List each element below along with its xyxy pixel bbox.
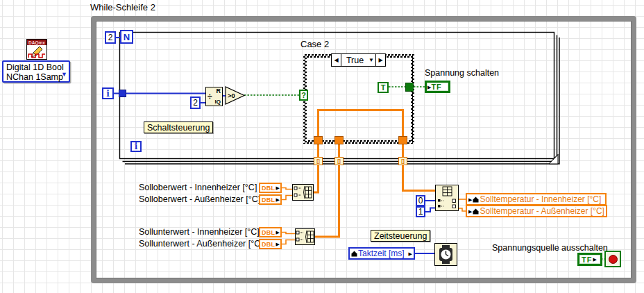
build-array-node-lower[interactable] (295, 228, 315, 245)
dbl-label-3: Sollunterwert - Innenheizer [°C] (139, 227, 257, 237)
case-next-icon[interactable]: ▶ (375, 54, 385, 66)
for-loop-tunnel-3: [] (398, 157, 407, 165)
wires-blue (114, 37, 435, 253)
case-tunnel-lower-values (334, 136, 344, 144)
terminal-out-arrow-icon: ▶ (276, 242, 280, 246)
qr-remainder-glyph: R (217, 87, 221, 94)
true-constant[interactable]: T (378, 82, 389, 93)
index-constant-1[interactable]: 1 (416, 206, 425, 217)
dbl-terminal-4[interactable]: DBL▶ (259, 239, 282, 249)
wires-orange-array (314, 110, 435, 237)
stop-sign-icon (609, 255, 618, 264)
spannungsquelle-tf-control[interactable]: TF ▶ (577, 253, 602, 266)
local-solltemperatur-aussenheizer[interactable]: ▶ Solltemperatur - Außenheizer [°C] (466, 205, 607, 217)
loop-count-terminal[interactable]: N (120, 30, 133, 44)
house-icon (473, 196, 479, 203)
spannung-schalten-indicator[interactable]: ▶ TF (425, 81, 450, 93)
tf-indicator-glyph: TF (431, 83, 441, 91)
dbl-label-4: Sollunterwert - Außenheizer [°C] (139, 239, 257, 249)
dbl-terminal-1[interactable]: DBL▶ (259, 183, 282, 193)
case-label: Case 2 (300, 40, 329, 49)
case-tunnel-upper-values (314, 136, 323, 144)
case-tunnel-output (398, 136, 407, 144)
loop-condition-terminal[interactable] (604, 251, 621, 267)
case-prev-icon[interactable]: ◀ (332, 54, 341, 66)
greater-than-zero-node[interactable]: >0 (226, 87, 244, 104)
labview-block-diagram: >0 DAQmx Digital 1D Bool NChan 1Samp ▼ W… (0, 0, 644, 293)
index-constant-0[interactable]: 0 (416, 195, 425, 206)
index-array-node[interactable] (435, 185, 459, 211)
terminal-out-arrow-icon: ▶ (276, 185, 280, 190)
build-array-node-upper[interactable] (292, 184, 314, 201)
daqmx-banner-text: DAQmx (28, 40, 45, 46)
house-icon (473, 208, 479, 215)
chevron-down-icon[interactable]: ▼ (61, 69, 67, 79)
case-selector-terminal[interactable]: ? (299, 90, 308, 101)
for-loop-tunnel-2: [] (334, 157, 344, 165)
qr-iq-glyph: IQ (215, 99, 221, 105)
pencil-icon (31, 47, 42, 57)
selector-line2: NChan 1Samp (6, 72, 60, 82)
terminal-out-arrow-icon: ▶ (276, 230, 280, 235)
dbl-terminal-2[interactable]: DBL▶ (259, 194, 282, 205)
case-dropdown-icon[interactable]: ▼ (368, 57, 374, 63)
loop-count-constant[interactable]: 2 (105, 31, 116, 44)
spannungsquelle-label: Spannungsquelle ausschalten (492, 243, 608, 253)
gt-zero-label: >0 (228, 92, 235, 99)
terminal-in-arrow-icon: ▶ (468, 197, 472, 202)
selector-line1: Digital 1D Bool (6, 62, 60, 72)
terminal-out-arrow-icon: ▶ (276, 197, 280, 202)
divisor-constant[interactable]: 2 (190, 97, 201, 109)
local-taktzeit[interactable]: Taktzeit [ms] ▶ (348, 247, 415, 260)
while-loop-label: While-Schleife 2 (90, 3, 155, 12)
tf-control-glyph: TF (582, 256, 592, 264)
terminal-out-arrow-icon: ▶ (593, 257, 596, 262)
terminal-out-arrow-icon: ▶ (409, 251, 412, 256)
dbl-label-1: Solloberwert - Innenheizer [°C] (139, 183, 257, 193)
daqmx-write-icon[interactable]: DAQmx (26, 39, 47, 60)
for-loop-tunnel-i (119, 90, 126, 97)
case-selector-value[interactable]: True (341, 56, 368, 65)
local-solltemperatur-innenheizer[interactable]: ▶ Solltemperatur - Innenheizer [°C] (466, 193, 607, 206)
dbl-terminal-3[interactable]: DBL▶ (259, 227, 282, 237)
house-icon (351, 251, 357, 257)
while-iteration-terminal[interactable]: i (102, 87, 114, 99)
zeitsteuerung-label[interactable]: Zeitsteuerung (371, 230, 430, 242)
wait-ms-node[interactable] (434, 243, 457, 266)
qr-divide-glyph: ÷ (207, 92, 212, 101)
case-tunnel-boolean (405, 83, 414, 92)
dbl-label-2: Solloberwert - Außenheizer [°C] (139, 194, 257, 205)
for-loop-tunnel-1: [] (314, 157, 323, 165)
terminal-in-arrow-icon: ▶ (468, 209, 472, 214)
for-iteration-terminal[interactable]: i (130, 141, 142, 152)
quotient-remainder-node[interactable]: ÷ R IQ (205, 87, 223, 106)
case-selector[interactable]: ◀ True ▼ ▶ (331, 53, 386, 67)
daqmx-polymorphic-selector[interactable]: Digital 1D Bool NChan 1Samp ▼ (2, 60, 70, 83)
spannung-schalten-label: Spannung schalten (425, 68, 499, 78)
schaltsteuerung-label[interactable]: Schaltsteuerung (144, 122, 213, 133)
